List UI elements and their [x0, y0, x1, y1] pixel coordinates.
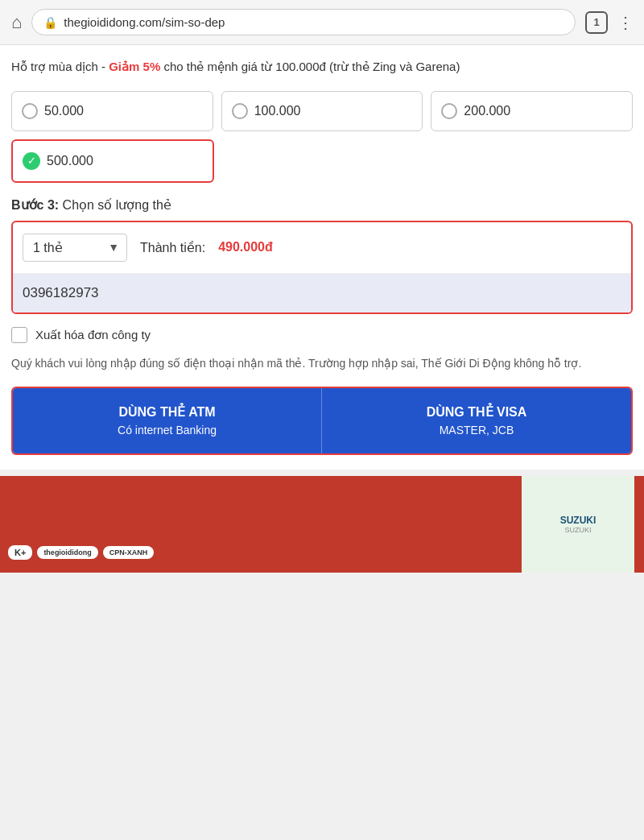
step3-bold: Bước 3: [11, 198, 59, 212]
ad-left: K+ thegioididong CPN-XANH [0, 476, 522, 573]
denom-option-50000[interactable]: 50.000 [11, 91, 213, 131]
denom-label-50000: 50.000 [44, 104, 84, 118]
atm-line2: Có internet Banking [21, 422, 313, 439]
invoice-label: Xuất hóa đơn công ty [35, 328, 151, 342]
qty-select-wrapper[interactable]: 1 thẻ 2 thẻ 3 thẻ 4 thẻ 5 thẻ ▼ [23, 234, 127, 262]
total-amount: 490.000đ [218, 240, 273, 254]
order-box: 1 thẻ 2 thẻ 3 thẻ 4 thẻ 5 thẻ ▼ Thành ti… [11, 221, 633, 314]
ad-logo-kplus: K+ [8, 545, 32, 560]
denom-label-100000: 100.000 [254, 104, 301, 118]
promo-text: Hỗ trợ mùa dịch - Giảm 5% cho thẻ mệnh g… [11, 58, 633, 77]
suzuki-badge: SUZUKI [560, 515, 597, 526]
ad-tagline: SUZUKI [560, 526, 597, 534]
home-icon[interactable]: ⌂ [11, 12, 22, 33]
ad-banner-inner: K+ thegioididong CPN-XANH SUZUKI SUZUKI [0, 476, 634, 573]
total-label: Thành tiền: [140, 240, 205, 255]
denomination-grid: 50.000 100.000 200.000 [11, 91, 633, 131]
ad-right: SUZUKI SUZUKI [522, 476, 634, 573]
promo-text-after: cho thẻ mệnh giá từ 100.000đ (trừ thẻ Zi… [160, 60, 460, 73]
ad-logo-tgdd: thegioididong [37, 546, 97, 559]
check-icon: ✓ [23, 152, 40, 170]
ad-banner: K+ thegioididong CPN-XANH SUZUKI SUZUKI [0, 476, 644, 573]
promo-discount: Giảm 5% [109, 60, 160, 73]
browser-toolbar: ⌂ 🔒 thegioididong.com/sim-so-dep 1 ⋮ [0, 0, 644, 45]
atm-line1: DÙNG THẺ ATM [21, 403, 313, 422]
step3-text: Chọn số lượng thẻ [59, 198, 171, 212]
denom-option-100000[interactable]: 100.000 [221, 91, 423, 131]
radio-50000 [22, 103, 38, 119]
phone-input-row[interactable] [13, 274, 631, 312]
invoice-checkbox[interactable] [11, 327, 27, 343]
qty-select[interactable]: 1 thẻ 2 thẻ 3 thẻ 4 thẻ 5 thẻ [23, 234, 127, 262]
menu-icon[interactable]: ⋮ [617, 13, 633, 32]
order-row: 1 thẻ 2 thẻ 3 thẻ 4 thẻ 5 thẻ ▼ Thành ti… [13, 222, 631, 274]
denom-option-200000[interactable]: 200.000 [431, 91, 633, 131]
ad-logo-cpn: CPN-XANH [103, 546, 155, 559]
radio-100000 [232, 103, 248, 119]
notice-text: Quý khách vui lòng nhập đúng số điện tho… [11, 354, 633, 372]
invoice-row[interactable]: Xuất hóa đơn công ty [11, 327, 633, 343]
denom-label-200000: 200.000 [464, 104, 510, 118]
lock-icon: 🔒 [43, 16, 57, 29]
promo-text-before: Hỗ trợ mùa dịch - [11, 60, 109, 73]
payment-buttons: DÙNG THẺ ATM Có internet Banking DÙNG TH… [11, 387, 633, 455]
page-content: Hỗ trợ mùa dịch - Giảm 5% cho thẻ mệnh g… [0, 45, 644, 470]
radio-200000 [441, 103, 457, 119]
url-text: thegioididong.com/sim-so-dep [64, 15, 225, 29]
phone-input[interactable] [23, 285, 621, 301]
step3-label: Bước 3: Chọn số lượng thẻ [11, 197, 633, 213]
visa-payment-button[interactable]: DÙNG THẺ VISA MASTER, JCB [322, 388, 631, 453]
visa-line2: MASTER, JCB [330, 422, 623, 439]
denom-label-500000: 500.000 [47, 154, 93, 168]
address-bar[interactable]: 🔒 thegioididong.com/sim-so-dep [31, 9, 576, 35]
tab-count[interactable]: 1 [585, 11, 608, 34]
denom-option-500000-selected[interactable]: ✓ 500.000 [11, 139, 214, 183]
atm-payment-button[interactable]: DÙNG THẺ ATM Có internet Banking [13, 388, 322, 453]
visa-line1: DÙNG THẺ VISA [330, 403, 623, 422]
